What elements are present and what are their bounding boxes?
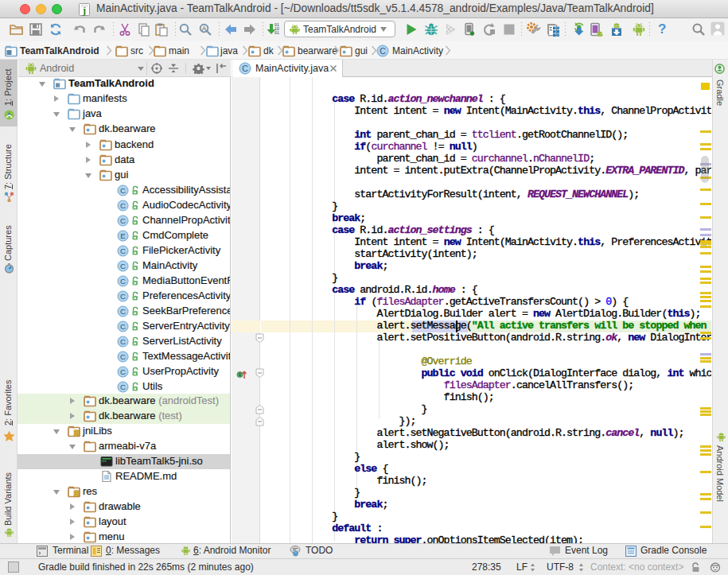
svg-text:C: C [120,292,126,301]
svg-text:01: 01 [274,31,279,36]
svg-text:C: C [380,46,386,56]
svg-text:A: A [201,25,206,33]
svg-text:C: C [120,352,126,361]
svg-text:C: C [120,262,126,270]
svg-text:C: C [120,307,126,316]
svg-text:C: C [120,337,126,346]
svg-text:C: C [120,247,126,255]
svg-text:C: C [120,383,126,391]
svg-text:C: C [242,64,248,73]
svg-text:C: C [120,322,126,331]
svg-text:C: C [120,216,126,225]
svg-text:C: C [120,186,126,195]
svg-text:C: C [120,277,126,286]
svg-text:E: E [120,231,126,240]
svg-text:C: C [120,367,126,376]
svg-text:C: C [120,201,126,210]
